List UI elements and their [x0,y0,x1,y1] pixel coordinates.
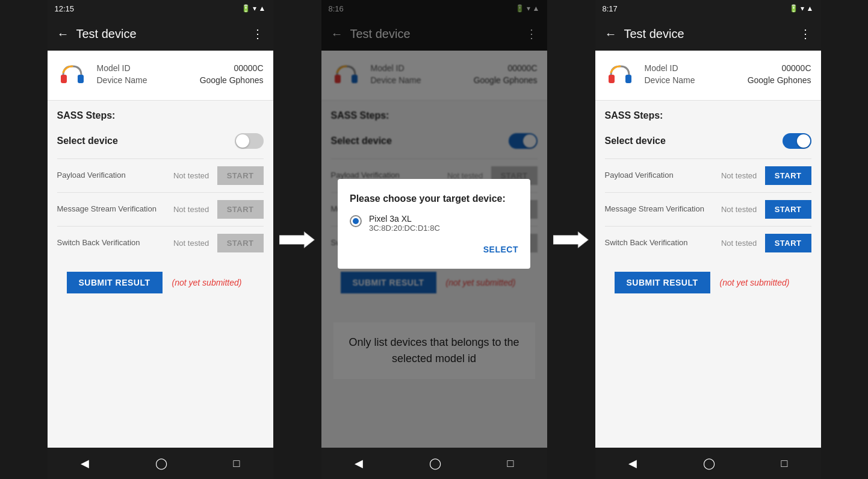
svg-rect-6 [609,75,615,83]
submit-result-button[interactable]: SUBMIT RESULT [615,272,710,293]
select-button[interactable]: SELECT [483,240,518,259]
select-device-row: Select device [605,128,811,158]
status-time: 12:15 [55,4,75,13]
device-card: Model ID 00000C Device Name Google Gphon… [48,51,273,101]
nav-back-button[interactable]: ◀ [340,452,377,475]
nav-back-button[interactable]: ◀ [66,452,104,475]
battery-icon: 🔋 [241,4,250,13]
model-id-value: 00000C [234,63,263,73]
step-row-2: Switch Back Verification Not tested STAR… [57,226,264,260]
step-row-0: Payload Verification Not tested START [57,158,264,192]
device-name-value: Google Gphones [748,75,811,85]
app-bar-title: Test device [624,27,799,41]
step-status-1: Not tested [718,205,760,214]
battery-icon: 🔋 [789,4,798,13]
start-button-2[interactable]: START [217,234,264,252]
step-label-1: Message Stream Verification [605,204,713,214]
svg-marker-2 [279,231,315,248]
step-label-2: Switch Back Verification [605,238,713,248]
dialog-title: Please choose your target device: [350,193,518,204]
app-bar: ← Test device ⋮ [595,17,821,51]
svg-marker-5 [553,231,589,248]
submit-row: SUBMIT RESULT (not yet submitted) [605,260,811,305]
radio-button-0[interactable] [350,215,362,227]
status-time: 8:17 [603,4,618,13]
signal-icon: ▲ [807,4,814,13]
nav-back-button[interactable]: ◀ [614,452,651,475]
nav-home-button[interactable]: ◯ [415,452,456,475]
status-icons: 🔋 ▾ ▲ [241,4,266,13]
start-button-1[interactable]: START [765,200,811,219]
step-label-0: Payload Verification [57,171,166,181]
device-name-row: Device Name Google Gphones [97,75,264,85]
phone-screen-right: 8:17 🔋 ▾ ▲ ← Test device ⋮ Model ID 0000… [595,0,821,479]
toggle-knob [236,134,249,148]
nav-home-button[interactable]: ◯ [689,452,730,475]
step-label-2: Switch Back Verification [57,238,166,248]
step-status-0: Not tested [718,171,760,180]
device-name-row: Device Name Google Gphones [645,75,811,85]
wifi-icon: ▾ [801,4,804,13]
sass-title: SASS Steps: [605,110,811,121]
main-container: 12:15 🔋 ▾ ▲ ← Test device ⋮ Model ID 000… [48,0,821,479]
step-status-0: Not tested [170,171,212,180]
start-button-0[interactable]: START [217,166,264,185]
select-device-label: Select device [605,136,666,146]
step-label-0: Payload Verification [605,171,713,181]
target-device-dialog: Please choose your target device: Pixel … [338,179,530,269]
submit-result-button[interactable]: SUBMIT RESULT [67,272,163,293]
arrow-svg [553,231,589,249]
menu-button[interactable]: ⋮ [252,27,264,41]
start-button-2[interactable]: START [765,234,811,252]
start-button-0[interactable]: START [765,166,811,185]
device-name-value: Google Gphones [200,75,264,85]
sass-section: SASS Steps: Select device Payload Verifi… [48,101,273,310]
sass-section: SASS Steps: Select device Payload Verifi… [595,101,821,310]
back-button[interactable]: ← [605,27,617,41]
arrow-indicator [547,231,595,249]
select-device-toggle[interactable] [783,133,811,149]
step-row-1: Message Stream Verification Not tested S… [605,192,811,226]
device-info: Model ID 00000C Device Name Google Gphon… [97,63,264,87]
status-bar: 12:15 🔋 ▾ ▲ [48,0,273,17]
nav-home-button[interactable]: ◯ [141,452,182,475]
phone-screen-middle: 8:16 🔋 ▾ ▲ ← Test device ⋮ Model ID 0000… [321,0,547,479]
device-icon [605,60,635,90]
wifi-icon: ▾ [253,4,256,13]
navigation-bar: ◀ ◯ □ [321,448,547,479]
not-submitted-text: (not yet submitted) [720,278,790,287]
not-submitted-text: (not yet submitted) [172,278,242,287]
nav-recents-button[interactable]: □ [767,452,802,475]
dialog-option-0[interactable]: Pixel 3a XL 3C:8D:20:DC:D1:8C [350,214,518,233]
model-id-label: Model ID [97,63,131,73]
nav-recents-button[interactable]: □ [493,452,529,475]
select-device-toggle[interactable] [235,133,264,149]
step-row-0: Payload Verification Not tested START [605,158,811,192]
status-bar: 8:17 🔋 ▾ ▲ [595,0,821,17]
svg-rect-7 [625,75,631,83]
back-button[interactable]: ← [57,27,69,41]
dialog-device-mac-0: 3C:8D:20:DC:D1:8C [369,224,440,233]
submit-row: SUBMIT RESULT (not yet submitted) [57,260,264,305]
device-option-info-0: Pixel 3a XL 3C:8D:20:DC:D1:8C [369,214,440,233]
svg-rect-0 [61,75,67,83]
toggle-knob [797,134,810,148]
model-id-value: 00000C [781,63,811,73]
menu-button[interactable]: ⋮ [799,27,811,41]
device-card: Model ID 00000C Device Name Google Gphon… [595,51,821,101]
dialog-device-name-0: Pixel 3a XL [369,214,440,224]
step-row-2: Switch Back Verification Not tested STAR… [605,226,811,260]
status-icons: 🔋 ▾ ▲ [789,4,814,13]
nav-recents-button[interactable]: □ [219,452,255,475]
app-bar: ← Test device ⋮ [48,17,273,51]
start-button-1[interactable]: START [217,200,264,219]
dialog-actions: SELECT [350,240,518,259]
step-row-1: Message Stream Verification Not tested S… [57,192,264,226]
app-bar-title: Test device [76,27,252,41]
phone-screen-left: 12:15 🔋 ▾ ▲ ← Test device ⋮ Model ID 000… [48,0,273,479]
device-info: Model ID 00000C Device Name Google Gphon… [645,63,811,87]
dialog-overlay: Please choose your target device: Pixel … [321,51,547,448]
svg-rect-1 [78,75,84,83]
model-id-row: Model ID 00000C [97,63,264,73]
model-id-row: Model ID 00000C [645,63,811,73]
